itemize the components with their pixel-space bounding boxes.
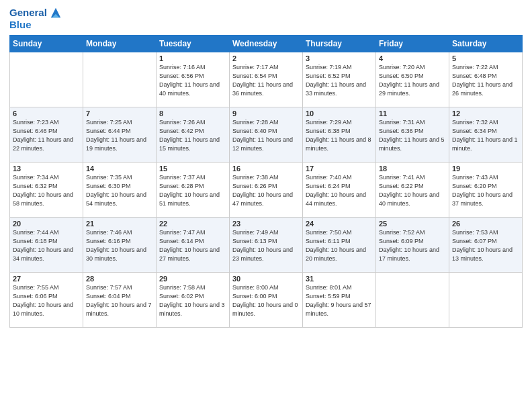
day-number: 11 (379, 109, 446, 118)
calendar-cell: 10Sunrise: 7:29 AM Sunset: 6:38 PM Dayli… (303, 107, 376, 163)
day-info: Sunrise: 7:29 AM Sunset: 6:38 PM Dayligh… (306, 118, 373, 153)
day-info: Sunrise: 7:35 AM Sunset: 6:30 PM Dayligh… (86, 173, 153, 208)
day-info: Sunrise: 7:43 AM Sunset: 6:20 PM Dayligh… (452, 173, 519, 208)
day-info: Sunrise: 7:47 AM Sunset: 6:14 PM Dayligh… (159, 228, 226, 263)
calendar-cell: 18Sunrise: 7:41 AM Sunset: 6:22 PM Dayli… (376, 163, 449, 218)
week-row-3: 13Sunrise: 7:34 AM Sunset: 6:32 PM Dayli… (10, 163, 523, 218)
calendar-cell: 21Sunrise: 7:46 AM Sunset: 6:16 PM Dayli… (83, 218, 157, 273)
day-header-wednesday: Wednesday (230, 36, 303, 52)
logo-text: General (9, 7, 47, 19)
day-header-tuesday: Tuesday (157, 36, 230, 52)
day-number: 23 (232, 220, 300, 228)
calendar-cell: 29Sunrise: 7:58 AM Sunset: 6:02 PM Dayli… (157, 273, 230, 328)
week-row-4: 20Sunrise: 7:44 AM Sunset: 6:18 PM Dayli… (10, 218, 523, 273)
day-info: Sunrise: 7:26 AM Sunset: 6:42 PM Dayligh… (159, 118, 226, 153)
day-number: 29 (159, 275, 226, 283)
day-info: Sunrise: 7:19 AM Sunset: 6:52 PM Dayligh… (306, 63, 373, 98)
day-header-monday: Monday (83, 36, 157, 52)
day-info: Sunrise: 7:28 AM Sunset: 6:40 PM Dayligh… (232, 118, 300, 153)
calendar-cell: 11Sunrise: 7:31 AM Sunset: 6:36 PM Dayli… (376, 107, 449, 163)
day-number: 20 (13, 220, 80, 228)
day-info: Sunrise: 7:52 AM Sunset: 6:09 PM Dayligh… (379, 228, 446, 263)
day-header-friday: Friday (376, 36, 449, 52)
page-header: General Blue (9, 7, 523, 31)
calendar-cell: 3Sunrise: 7:19 AM Sunset: 6:52 PM Daylig… (303, 52, 376, 107)
day-info: Sunrise: 7:32 AM Sunset: 6:34 PM Dayligh… (452, 118, 519, 153)
calendar-cell: 20Sunrise: 7:44 AM Sunset: 6:18 PM Dayli… (10, 218, 83, 273)
calendar-cell: 14Sunrise: 7:35 AM Sunset: 6:30 PM Dayli… (83, 163, 157, 218)
calendar-cell: 13Sunrise: 7:34 AM Sunset: 6:32 PM Dayli… (10, 163, 83, 218)
calendar-cell: 25Sunrise: 7:52 AM Sunset: 6:09 PM Dayli… (376, 218, 449, 273)
logo: General Blue (9, 7, 62, 31)
calendar-cell: 30Sunrise: 8:00 AM Sunset: 6:00 PM Dayli… (230, 273, 303, 328)
day-info: Sunrise: 7:31 AM Sunset: 6:36 PM Dayligh… (379, 118, 446, 153)
day-header-saturday: Saturday (449, 36, 523, 52)
day-number: 27 (13, 275, 80, 283)
calendar-cell: 27Sunrise: 7:55 AM Sunset: 6:06 PM Dayli… (10, 273, 83, 328)
day-info: Sunrise: 8:01 AM Sunset: 5:59 PM Dayligh… (306, 283, 373, 318)
day-info: Sunrise: 7:16 AM Sunset: 6:56 PM Dayligh… (159, 63, 226, 98)
day-number: 8 (159, 109, 226, 118)
calendar-cell: 7Sunrise: 7:25 AM Sunset: 6:44 PM Daylig… (83, 107, 157, 163)
day-number: 16 (232, 165, 300, 173)
calendar-header-row: SundayMondayTuesdayWednesdayThursdayFrid… (10, 36, 523, 52)
week-row-2: 6Sunrise: 7:23 AM Sunset: 6:46 PM Daylig… (10, 107, 523, 163)
day-info: Sunrise: 7:41 AM Sunset: 6:22 PM Dayligh… (379, 173, 446, 208)
day-number: 10 (306, 109, 373, 118)
day-info: Sunrise: 7:57 AM Sunset: 6:04 PM Dayligh… (86, 283, 153, 318)
day-number: 31 (306, 275, 373, 283)
calendar-cell: 4Sunrise: 7:20 AM Sunset: 6:50 PM Daylig… (376, 52, 449, 107)
week-row-1: 1Sunrise: 7:16 AM Sunset: 6:56 PM Daylig… (10, 52, 523, 107)
day-header-sunday: Sunday (10, 36, 83, 52)
week-row-5: 27Sunrise: 7:55 AM Sunset: 6:06 PM Dayli… (10, 273, 523, 328)
calendar-cell (449, 273, 523, 328)
day-number: 9 (232, 109, 300, 118)
day-info: Sunrise: 7:53 AM Sunset: 6:07 PM Dayligh… (452, 228, 519, 263)
calendar-cell: 6Sunrise: 7:23 AM Sunset: 6:46 PM Daylig… (10, 107, 83, 163)
day-info: Sunrise: 7:25 AM Sunset: 6:44 PM Dayligh… (86, 118, 153, 153)
day-info: Sunrise: 7:58 AM Sunset: 6:02 PM Dayligh… (159, 283, 226, 318)
day-info: Sunrise: 7:50 AM Sunset: 6:11 PM Dayligh… (306, 228, 373, 263)
day-number: 6 (13, 109, 80, 118)
calendar-body: 1Sunrise: 7:16 AM Sunset: 6:56 PM Daylig… (10, 52, 523, 328)
day-info: Sunrise: 7:40 AM Sunset: 6:24 PM Dayligh… (306, 173, 373, 208)
calendar-cell: 16Sunrise: 7:38 AM Sunset: 6:26 PM Dayli… (230, 163, 303, 218)
calendar-cell: 28Sunrise: 7:57 AM Sunset: 6:04 PM Dayli… (83, 273, 157, 328)
day-info: Sunrise: 7:46 AM Sunset: 6:16 PM Dayligh… (86, 228, 153, 263)
day-number: 17 (306, 165, 373, 173)
day-info: Sunrise: 7:44 AM Sunset: 6:18 PM Dayligh… (13, 228, 80, 263)
day-number: 4 (379, 54, 446, 62)
day-info: Sunrise: 7:34 AM Sunset: 6:32 PM Dayligh… (13, 173, 80, 208)
calendar-cell: 9Sunrise: 7:28 AM Sunset: 6:40 PM Daylig… (230, 107, 303, 163)
calendar-cell (376, 273, 449, 328)
day-number: 22 (159, 220, 226, 228)
day-number: 26 (452, 220, 519, 228)
calendar-cell: 22Sunrise: 7:47 AM Sunset: 6:14 PM Dayli… (157, 218, 230, 273)
day-info: Sunrise: 7:17 AM Sunset: 6:54 PM Dayligh… (232, 63, 300, 98)
day-number: 14 (86, 165, 153, 173)
day-number: 24 (306, 220, 373, 228)
day-number: 19 (452, 165, 519, 173)
calendar-cell: 8Sunrise: 7:26 AM Sunset: 6:42 PM Daylig… (157, 107, 230, 163)
calendar: SundayMondayTuesdayWednesdayThursdayFrid… (9, 35, 523, 328)
logo-text-blue: Blue (9, 19, 62, 31)
calendar-cell: 15Sunrise: 7:37 AM Sunset: 6:28 PM Dayli… (157, 163, 230, 218)
day-number: 7 (86, 109, 153, 118)
day-number: 2 (232, 54, 300, 62)
day-info: Sunrise: 7:49 AM Sunset: 6:13 PM Dayligh… (232, 228, 300, 263)
day-info: Sunrise: 7:20 AM Sunset: 6:50 PM Dayligh… (379, 63, 446, 98)
calendar-cell (83, 52, 157, 107)
calendar-cell: 23Sunrise: 7:49 AM Sunset: 6:13 PM Dayli… (230, 218, 303, 273)
logo-icon (50, 7, 62, 19)
calendar-cell: 12Sunrise: 7:32 AM Sunset: 6:34 PM Dayli… (449, 107, 523, 163)
day-number: 28 (86, 275, 153, 283)
day-number: 13 (13, 165, 80, 173)
day-info: Sunrise: 7:37 AM Sunset: 6:28 PM Dayligh… (159, 173, 226, 208)
day-number: 25 (379, 220, 446, 228)
calendar-cell: 5Sunrise: 7:22 AM Sunset: 6:48 PM Daylig… (449, 52, 523, 107)
day-number: 1 (159, 54, 226, 62)
day-number: 21 (86, 220, 153, 228)
calendar-cell: 17Sunrise: 7:40 AM Sunset: 6:24 PM Dayli… (303, 163, 376, 218)
day-header-thursday: Thursday (303, 36, 376, 52)
day-info: Sunrise: 8:00 AM Sunset: 6:00 PM Dayligh… (232, 283, 300, 318)
